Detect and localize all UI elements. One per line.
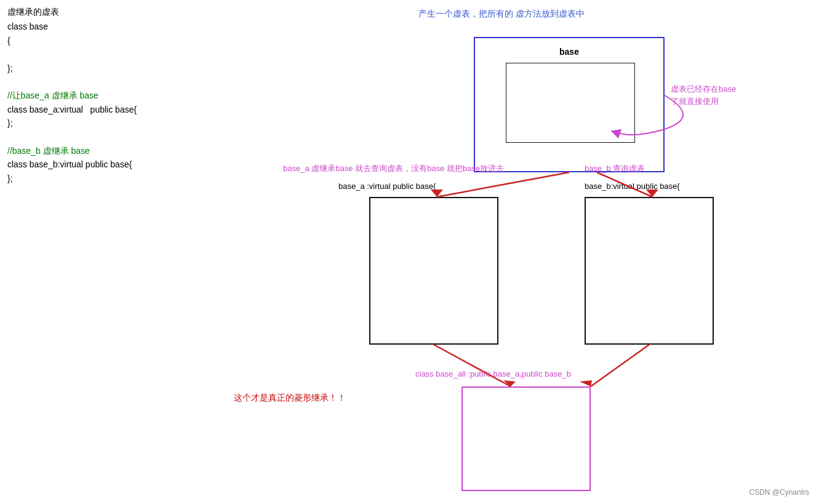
- svg-line-2: [597, 172, 652, 197]
- svg-line-0: [437, 172, 569, 197]
- watermark: CSDN @Cynantrs: [749, 488, 809, 497]
- code-panel: 虚继承的虚表 class base { }; //让base_a 虚继承 bas…: [0, 0, 271, 504]
- code-semicolon3: };: [7, 172, 263, 185]
- code-empty2: [7, 75, 263, 89]
- code-class-base-a: class base_a:virtual public base{: [7, 103, 263, 116]
- diagram-svg: [271, 0, 819, 504]
- code-brace-open: {: [7, 34, 263, 47]
- code-class-base: class base: [7, 20, 263, 33]
- code-semicolon1: };: [7, 62, 263, 75]
- diagram: 产生一个虚表，把所有的 虚方法放到虚表中 base 虚表已经存在base 了就直…: [271, 0, 819, 504]
- code-empty3: [7, 130, 263, 144]
- code-semicolon2: };: [7, 116, 263, 130]
- svg-line-4: [434, 345, 511, 386]
- code-empty1: [7, 47, 263, 61]
- code-comment2: //base_b 虚继承 base: [7, 144, 263, 158]
- code-title: 虚继承的虚表: [7, 5, 263, 18]
- code-comment1: //让base_a 虚继承 base: [7, 89, 263, 102]
- svg-marker-7: [580, 380, 592, 386]
- svg-line-6: [591, 345, 649, 386]
- code-class-base-b: class base_b:virtual public base{: [7, 158, 263, 171]
